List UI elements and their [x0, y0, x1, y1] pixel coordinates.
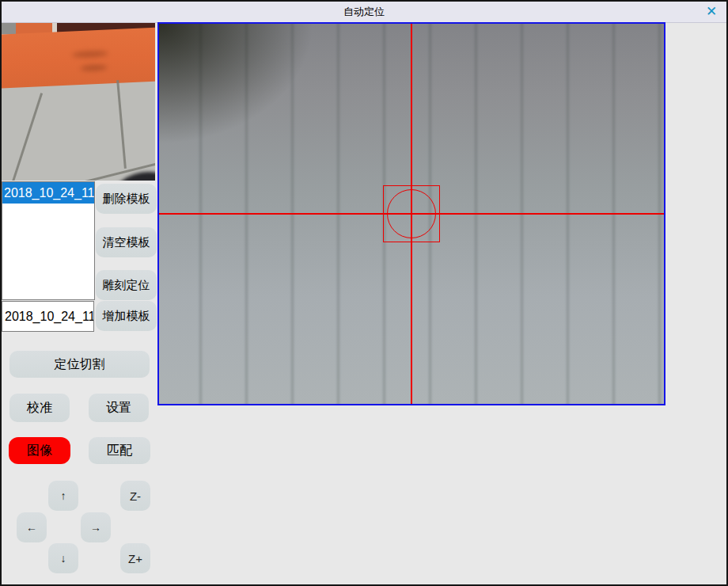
thumb-grout-line: [116, 80, 127, 169]
template-name-input[interactable]: [2, 301, 94, 332]
clear-templates-button[interactable]: 清空模板: [96, 227, 157, 257]
arrow-down-icon: ↓: [61, 552, 66, 565]
jog-down-button[interactable]: ↓: [48, 543, 78, 573]
arrow-left-icon: ←: [26, 521, 37, 534]
thumb-orange-beam: [2, 27, 155, 88]
close-icon[interactable]: ✕: [703, 4, 720, 20]
arrow-up-icon: ↑: [61, 489, 66, 502]
title-bar: 自动定位 ✕: [2, 2, 726, 23]
arrow-right-icon: →: [90, 521, 101, 534]
camera-view[interactable]: [157, 22, 665, 405]
calibrate-button[interactable]: 校准: [9, 394, 70, 422]
jog-left-button[interactable]: ←: [17, 512, 47, 542]
window-title: 自动定位: [343, 5, 385, 19]
z-plus-button[interactable]: Z+: [120, 543, 150, 573]
target-circle-overlay: [387, 189, 436, 238]
jog-up-button[interactable]: ↑: [48, 481, 78, 511]
image-button[interactable]: 图像: [9, 437, 70, 464]
thumb-grout-line: [4, 93, 43, 181]
z-minus-button[interactable]: Z-: [120, 481, 150, 511]
position-cut-button[interactable]: 定位切割: [9, 351, 150, 378]
add-template-button[interactable]: 增加模板: [96, 301, 157, 331]
template-list-item[interactable]: 2018_10_24_11: [2, 182, 94, 204]
engrave-position-button[interactable]: 雕刻定位: [96, 270, 157, 300]
jog-right-button[interactable]: →: [81, 512, 111, 542]
template-preview-image: [2, 23, 155, 181]
settings-button[interactable]: 设置: [89, 394, 149, 422]
match-button[interactable]: 匹配: [89, 437, 150, 464]
delete-template-button[interactable]: 删除模板: [96, 184, 157, 214]
thumb-gray-block: [2, 23, 17, 34]
template-list[interactable]: 2018_10_24_11: [2, 181, 95, 300]
